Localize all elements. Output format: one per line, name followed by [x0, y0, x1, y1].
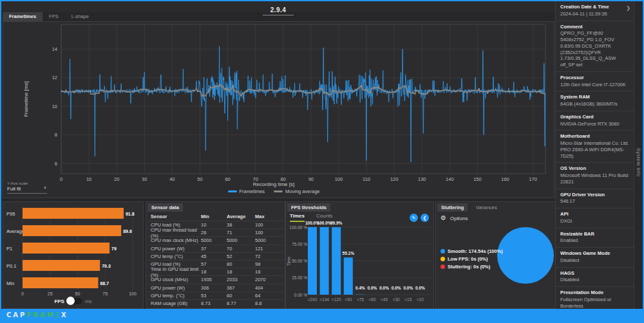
- unit-ms-label: ms: [85, 299, 92, 304]
- tab-times[interactable]: Times: [290, 213, 305, 222]
- chevron-right-icon[interactable]: ❯: [626, 5, 630, 11]
- frametimes-swatch: [228, 190, 237, 192]
- svg-text:90: 90: [308, 176, 314, 181]
- svg-text:12: 12: [52, 75, 57, 80]
- svg-text:55.1%: 55.1%: [343, 251, 355, 255]
- svg-text:10: 10: [86, 176, 91, 181]
- svg-text:75: 75: [102, 291, 108, 296]
- svg-text:0.4%: 0.4%: [355, 286, 365, 290]
- table-row: CPU max clock (MHz)500050005000: [147, 236, 283, 244]
- sidebar-item-processor: Processor12th Gen Intel Core i7-12700K: [556, 72, 634, 92]
- svg-text:100: 100: [129, 291, 137, 296]
- x-axis-label: Recording time [s]: [3, 181, 544, 187]
- sidebar-item-windows-game-mode: Windows Game ModeDisabled: [556, 248, 634, 268]
- svg-text:0: 0: [60, 176, 62, 181]
- fps-metrics-chart: 0255075100P9591.8Average89.6P179P0.170.3…: [3, 202, 143, 296]
- svg-text:0: 0: [21, 291, 24, 296]
- svg-text:Frametime [ms]: Frametime [ms]: [23, 81, 29, 117]
- sidebar-item-creation-date-time: Creation Date & Time2024-04-11 | 11:39:3…: [556, 1, 634, 21]
- svg-text:Time: Time: [287, 257, 291, 266]
- analysis-tabs: FrametimesFPSL-shape: [3, 12, 555, 21]
- svg-text:50: 50: [197, 176, 202, 181]
- svg-text:160: 160: [501, 176, 509, 181]
- svg-text:<90: <90: [345, 297, 352, 302]
- tab-sensor-data[interactable]: Sensor data: [147, 203, 183, 212]
- svg-text:30: 30: [142, 176, 147, 181]
- tab-counts[interactable]: Counts: [316, 213, 332, 222]
- table-row: GPU power (W)306367404: [147, 284, 283, 291]
- svg-text:70: 70: [252, 176, 258, 181]
- sidebar-item-hags: HAGSDisabled: [556, 268, 634, 288]
- tab-fps-thresholds[interactable]: FPS thresholds: [287, 203, 330, 212]
- svg-text:0.0%: 0.0%: [379, 286, 389, 290]
- svg-text:0.0%: 0.0%: [415, 286, 425, 290]
- svg-text:0.0%: 0.0%: [368, 286, 377, 290]
- system-info-side-tab[interactable]: System info: [634, 1, 643, 309]
- unit-toggle[interactable]: FPS ms: [3, 296, 143, 306]
- svg-text:50: 50: [75, 291, 80, 296]
- fps-ms-toggle[interactable]: [68, 298, 82, 304]
- sidebar-item-system-ram: System RAM64GB (4x16GB) 3600MT/s: [556, 91, 634, 111]
- sidebar-item-graphics-card: Graphics CardNVIDIA GeForce RTX 3080: [556, 111, 634, 131]
- system-info-sidebar: Creation Date & Time2024-04-11 | 11:39:3…: [555, 1, 634, 309]
- svg-text:100.00 %: 100.00 %: [290, 225, 308, 230]
- toggle-knob[interactable]: [66, 297, 75, 305]
- sidebar-item-os-version: OS VersionMicrosoft Windows 11 Pro Build…: [556, 163, 634, 189]
- footer-bar: CAPFRAMΞX: [1, 309, 643, 322]
- svg-text:14: 14: [52, 46, 57, 52]
- table-row: CPU temp (°C)455272: [147, 252, 283, 260]
- table-row: GPU clock (MHz)193520332070: [147, 275, 283, 283]
- capframex-window: 2.9.4 FrametimesFPSL-shape 0102030405060…: [0, 0, 644, 323]
- stuttering-legend: Smooth: 174.54s (100%)Low FPS: 0s (0%)St…: [440, 247, 503, 270]
- pen-icon[interactable]: ✎: [410, 214, 418, 222]
- tab-frametimes[interactable]: Frametimes: [3, 12, 43, 21]
- svg-text:<144: <144: [319, 297, 329, 302]
- svg-text:P1: P1: [6, 246, 12, 252]
- svg-text:68.7: 68.7: [100, 281, 109, 286]
- svg-text:8: 8: [55, 132, 57, 138]
- svg-text:<45: <45: [381, 297, 388, 302]
- svg-text:70.3: 70.3: [102, 264, 111, 268]
- tab-fps[interactable]: FPS: [43, 12, 65, 21]
- legend-item: Smooth: 174.54s (100%): [440, 247, 503, 255]
- tab-l-shape[interactable]: L-shape: [65, 12, 95, 21]
- svg-text:150: 150: [473, 176, 482, 181]
- svg-text:<120: <120: [332, 297, 341, 302]
- svg-text:P95: P95: [6, 211, 15, 217]
- moving-average-swatch: [274, 190, 283, 192]
- svg-text:80: 80: [281, 176, 286, 181]
- gear-icon: ⚙: [440, 215, 446, 221]
- sidebar-item-resizable-bar: Resizable BAREnabled: [556, 228, 634, 248]
- sidebar-item-presentation-mode: Presentation ModeFullscreen Optimized or…: [556, 287, 634, 309]
- share-icon[interactable]: ❮: [421, 214, 429, 222]
- svg-text:170: 170: [529, 176, 537, 181]
- logo-segment: Ξ: [55, 311, 61, 318]
- table-row: GPU temp. (°C)536064: [147, 291, 283, 299]
- svg-text:100: 100: [335, 176, 343, 181]
- svg-text:130: 130: [418, 176, 426, 181]
- sidebar-item-motherboard: MotherboardMicro-Star International Co. …: [556, 131, 634, 163]
- stuttering-panel: Stuttering Variances ⚙ Options Smooth: 1…: [435, 201, 556, 309]
- svg-text:<75: <75: [357, 297, 364, 302]
- legend-item-moving-average: Moving average: [274, 189, 319, 194]
- frametime-chart[interactable]: 0102030405060708090100110120130140150160…: [3, 22, 554, 181]
- tab-variances[interactable]: Variances: [472, 203, 501, 212]
- svg-text:<10: <10: [417, 297, 424, 302]
- frametime-chart-panel: 0102030405060708090100110120130140150160…: [3, 21, 554, 198]
- svg-text:<15: <15: [404, 297, 412, 302]
- stuttering-pie-chart: [497, 227, 554, 284]
- tab-stuttering[interactable]: Stuttering: [437, 203, 468, 212]
- svg-text:Min: Min: [6, 281, 14, 286]
- fps-thresholds-panel: FPS thresholds Times Counts ✎ ❮ 100.00 %…: [285, 201, 434, 309]
- system-info-side-tab-label: System info: [636, 148, 641, 177]
- svg-text:60: 60: [225, 176, 230, 181]
- svg-text:25.00 %: 25.00 %: [292, 275, 307, 280]
- options-button[interactable]: ⚙ Options: [440, 215, 468, 221]
- svg-text:25: 25: [48, 291, 53, 296]
- legend-item: Stuttering: 0s (0%): [440, 263, 503, 270]
- svg-text:79: 79: [111, 246, 117, 251]
- svg-text:40: 40: [169, 176, 175, 181]
- svg-text:140: 140: [446, 176, 454, 181]
- svg-text:91.8: 91.8: [126, 212, 135, 216]
- svg-text:<240: <240: [308, 297, 317, 302]
